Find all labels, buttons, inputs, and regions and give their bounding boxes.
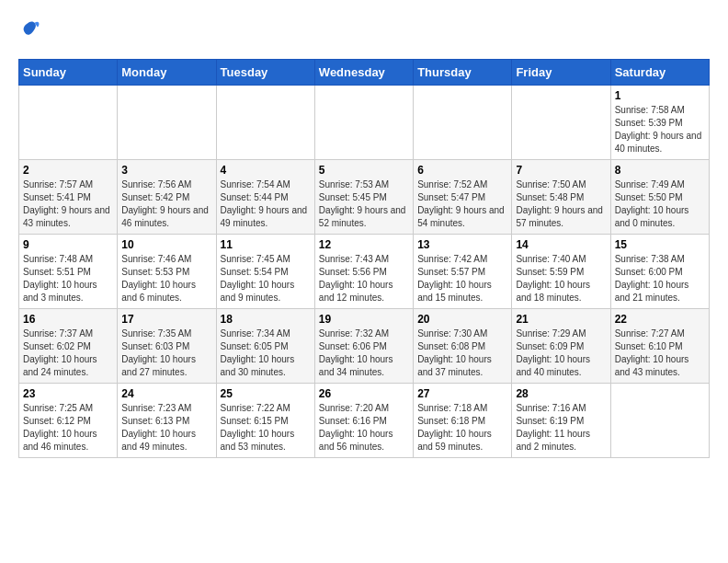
day-number: 28: [516, 387, 606, 400]
calendar-cell: [314, 86, 413, 160]
day-number: 10: [121, 238, 211, 251]
day-info: Sunrise: 7:48 AM Sunset: 5:51 PM Dayligh…: [23, 253, 113, 304]
calendar-cell: 3Sunrise: 7:56 AM Sunset: 5:42 PM Daylig…: [118, 160, 216, 235]
day-number: 21: [516, 313, 606, 326]
day-number: 9: [23, 238, 113, 251]
calendar-header-row: SundayMondayTuesdayWednesdayThursdayFrid…: [19, 60, 710, 86]
day-info: Sunrise: 7:46 AM Sunset: 5:53 PM Dayligh…: [121, 253, 211, 304]
calendar-cell: 17Sunrise: 7:35 AM Sunset: 6:03 PM Dayli…: [118, 309, 216, 384]
day-info: Sunrise: 7:45 AM Sunset: 5:54 PM Dayligh…: [221, 253, 311, 304]
weekday-header: Saturday: [610, 60, 709, 86]
day-number: 27: [417, 387, 507, 400]
day-number: 14: [516, 238, 606, 251]
day-number: 5: [319, 164, 409, 177]
day-number: 12: [319, 238, 409, 251]
logo: [18, 18, 44, 44]
calendar-cell: 24Sunrise: 7:23 AM Sunset: 6:13 PM Dayli…: [118, 384, 216, 458]
day-info: Sunrise: 7:52 AM Sunset: 5:47 PM Dayligh…: [417, 178, 507, 230]
day-info: Sunrise: 7:22 AM Sunset: 6:15 PM Dayligh…: [221, 402, 311, 454]
day-number: 18: [221, 313, 311, 326]
calendar-cell: [610, 384, 709, 458]
calendar-cell: [512, 86, 610, 160]
day-info: Sunrise: 7:32 AM Sunset: 6:06 PM Dayligh…: [319, 327, 409, 379]
calendar-cell: [19, 86, 118, 160]
calendar-cell: 4Sunrise: 7:54 AM Sunset: 5:44 PM Daylig…: [216, 160, 314, 235]
day-number: 13: [417, 238, 507, 251]
day-number: 20: [417, 313, 507, 326]
day-info: Sunrise: 7:40 AM Sunset: 5:59 PM Dayligh…: [516, 253, 606, 304]
day-info: Sunrise: 7:38 AM Sunset: 6:00 PM Dayligh…: [615, 253, 705, 304]
weekday-header: Tuesday: [216, 60, 314, 86]
calendar-week-row: 16Sunrise: 7:37 AM Sunset: 6:02 PM Dayli…: [19, 309, 710, 384]
calendar-cell: [414, 86, 512, 160]
calendar-cell: 26Sunrise: 7:20 AM Sunset: 6:16 PM Dayli…: [314, 384, 413, 458]
page-header: [18, 18, 710, 44]
calendar-week-row: 2Sunrise: 7:57 AM Sunset: 5:41 PM Daylig…: [19, 160, 710, 235]
calendar-cell: 9Sunrise: 7:48 AM Sunset: 5:51 PM Daylig…: [19, 235, 118, 309]
day-info: Sunrise: 7:42 AM Sunset: 5:57 PM Dayligh…: [417, 253, 507, 304]
day-info: Sunrise: 7:18 AM Sunset: 6:18 PM Dayligh…: [417, 402, 507, 454]
day-info: Sunrise: 7:58 AM Sunset: 5:39 PM Dayligh…: [615, 104, 705, 155]
day-number: 17: [121, 313, 211, 326]
day-info: Sunrise: 7:23 AM Sunset: 6:13 PM Dayligh…: [121, 402, 211, 454]
day-number: 7: [516, 164, 606, 177]
calendar-cell: 11Sunrise: 7:45 AM Sunset: 5:54 PM Dayli…: [216, 235, 314, 309]
calendar-cell: 21Sunrise: 7:29 AM Sunset: 6:09 PM Dayli…: [512, 309, 610, 384]
weekday-header: Sunday: [19, 60, 118, 86]
calendar-cell: 23Sunrise: 7:25 AM Sunset: 6:12 PM Dayli…: [19, 384, 118, 458]
day-number: 16: [23, 313, 113, 326]
calendar-cell: 5Sunrise: 7:53 AM Sunset: 5:45 PM Daylig…: [314, 160, 413, 235]
calendar-cell: 12Sunrise: 7:43 AM Sunset: 5:56 PM Dayli…: [314, 235, 413, 309]
calendar-table: SundayMondayTuesdayWednesdayThursdayFrid…: [18, 59, 710, 458]
day-info: Sunrise: 7:57 AM Sunset: 5:41 PM Dayligh…: [23, 178, 113, 230]
calendar-cell: 15Sunrise: 7:38 AM Sunset: 6:00 PM Dayli…: [610, 235, 709, 309]
weekday-header: Thursday: [414, 60, 512, 86]
calendar-cell: 10Sunrise: 7:46 AM Sunset: 5:53 PM Dayli…: [118, 235, 216, 309]
day-number: 4: [221, 164, 311, 177]
calendar-cell: 19Sunrise: 7:32 AM Sunset: 6:06 PM Dayli…: [314, 309, 413, 384]
day-number: 24: [121, 387, 211, 400]
day-info: Sunrise: 7:25 AM Sunset: 6:12 PM Dayligh…: [23, 402, 113, 454]
calendar-cell: 13Sunrise: 7:42 AM Sunset: 5:57 PM Dayli…: [414, 235, 512, 309]
day-info: Sunrise: 7:43 AM Sunset: 5:56 PM Dayligh…: [319, 253, 409, 304]
calendar-cell: 16Sunrise: 7:37 AM Sunset: 6:02 PM Dayli…: [19, 309, 118, 384]
day-info: Sunrise: 7:56 AM Sunset: 5:42 PM Dayligh…: [121, 178, 211, 230]
day-number: 19: [319, 313, 409, 326]
calendar-cell: 22Sunrise: 7:27 AM Sunset: 6:10 PM Dayli…: [610, 309, 709, 384]
day-number: 26: [319, 387, 409, 400]
day-number: 23: [23, 387, 113, 400]
day-number: 6: [417, 164, 507, 177]
calendar-week-row: 9Sunrise: 7:48 AM Sunset: 5:51 PM Daylig…: [19, 235, 710, 309]
day-info: Sunrise: 7:35 AM Sunset: 6:03 PM Dayligh…: [121, 327, 211, 379]
calendar-cell: 27Sunrise: 7:18 AM Sunset: 6:18 PM Dayli…: [414, 384, 512, 458]
day-info: Sunrise: 7:20 AM Sunset: 6:16 PM Dayligh…: [319, 402, 409, 454]
day-info: Sunrise: 7:34 AM Sunset: 6:05 PM Dayligh…: [221, 327, 311, 379]
calendar-cell: [216, 86, 314, 160]
day-info: Sunrise: 7:27 AM Sunset: 6:10 PM Dayligh…: [615, 327, 705, 379]
day-number: 2: [23, 164, 113, 177]
day-info: Sunrise: 7:54 AM Sunset: 5:44 PM Dayligh…: [221, 178, 311, 230]
day-number: 15: [615, 238, 705, 251]
day-number: 25: [221, 387, 311, 400]
day-info: Sunrise: 7:49 AM Sunset: 5:50 PM Dayligh…: [615, 178, 705, 230]
calendar-cell: 1Sunrise: 7:58 AM Sunset: 5:39 PM Daylig…: [610, 86, 709, 160]
day-number: 11: [221, 238, 311, 251]
calendar-cell: 25Sunrise: 7:22 AM Sunset: 6:15 PM Dayli…: [216, 384, 314, 458]
day-info: Sunrise: 7:29 AM Sunset: 6:09 PM Dayligh…: [516, 327, 606, 379]
calendar-cell: 18Sunrise: 7:34 AM Sunset: 6:05 PM Dayli…: [216, 309, 314, 384]
weekday-header: Friday: [512, 60, 610, 86]
calendar-cell: 2Sunrise: 7:57 AM Sunset: 5:41 PM Daylig…: [19, 160, 118, 235]
day-info: Sunrise: 7:16 AM Sunset: 6:19 PM Dayligh…: [516, 402, 606, 454]
calendar-week-row: 1Sunrise: 7:58 AM Sunset: 5:39 PM Daylig…: [19, 86, 710, 160]
calendar-cell: 14Sunrise: 7:40 AM Sunset: 5:59 PM Dayli…: [512, 235, 610, 309]
day-number: 1: [615, 89, 705, 102]
day-number: 3: [121, 164, 211, 177]
calendar-cell: [118, 86, 216, 160]
logo-icon: [18, 18, 40, 40]
day-number: 22: [615, 313, 705, 326]
calendar-week-row: 23Sunrise: 7:25 AM Sunset: 6:12 PM Dayli…: [19, 384, 710, 458]
calendar-cell: 7Sunrise: 7:50 AM Sunset: 5:48 PM Daylig…: [512, 160, 610, 235]
weekday-header: Monday: [118, 60, 216, 86]
calendar-cell: 8Sunrise: 7:49 AM Sunset: 5:50 PM Daylig…: [610, 160, 709, 235]
calendar-cell: 20Sunrise: 7:30 AM Sunset: 6:08 PM Dayli…: [414, 309, 512, 384]
